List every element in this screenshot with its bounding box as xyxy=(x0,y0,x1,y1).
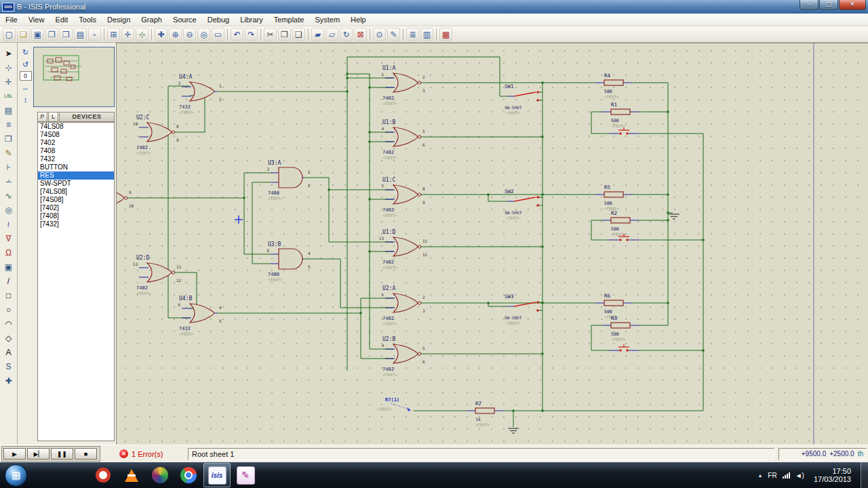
rotate-ccw-icon[interactable]: ↺ xyxy=(20,59,31,70)
wire[interactable] xyxy=(591,325,609,350)
zoom-in-icon[interactable]: ⊕ xyxy=(169,28,182,41)
device-item[interactable]: [7432] xyxy=(38,220,114,228)
resistor-R1[interactable]: R1500<TEXT> xyxy=(602,102,639,128)
show-desktop-button[interactable] xyxy=(861,462,868,488)
menu-system[interactable]: System xyxy=(309,14,345,26)
menu-help[interactable]: Help xyxy=(345,14,372,26)
tape-recorder-icon[interactable]: ◎ xyxy=(2,203,16,216)
menu-tools[interactable]: Tools xyxy=(73,14,102,26)
taskbar-explorer-icon[interactable] xyxy=(33,463,60,487)
copy-icon[interactable]: ❐ xyxy=(278,28,291,41)
device-item[interactable]: 7408 xyxy=(38,147,114,155)
property-tool-icon[interactable]: ✎ xyxy=(387,28,400,41)
block-rotate-icon[interactable]: ↻ xyxy=(340,28,353,41)
import-section-icon[interactable]: ❐ xyxy=(45,28,58,41)
taskbar-chrome-icon[interactable] xyxy=(175,463,202,487)
device-item[interactable]: [7408] xyxy=(38,212,114,220)
switch-SW3[interactable]: SW3SW-SPDT<TEXT> xyxy=(505,293,539,325)
block-copy-icon[interactable]: ▰ xyxy=(311,28,324,41)
taskbar-media-icon[interactable] xyxy=(90,463,117,487)
mirror-horizontal-icon[interactable]: ↔ xyxy=(20,82,31,93)
menu-template[interactable]: Template xyxy=(269,14,310,26)
schematic-canvas[interactable]: 1089U2:C7402<TEXT>312U4:A7432<TEXT>13111… xyxy=(117,43,868,445)
menu-source[interactable]: Source xyxy=(167,14,202,26)
terminal-icon[interactable]: ⊦ xyxy=(2,161,16,174)
menu-view[interactable]: View xyxy=(23,14,50,26)
gate-U3:A[interactable]: 312U3:A7408<TEXT> xyxy=(267,160,311,201)
menu-file[interactable]: File xyxy=(0,14,23,26)
network-icon[interactable] xyxy=(783,472,790,479)
resistor-R2[interactable]: R2500<TEXT> xyxy=(602,210,639,237)
marker-2d-icon[interactable]: ✚ xyxy=(2,374,16,387)
ground-symbol[interactable] xyxy=(669,214,679,219)
export-section-icon[interactable]: ❒ xyxy=(60,28,73,41)
show-hidden-icons[interactable]: ▲ xyxy=(757,473,762,478)
error-segment[interactable]: ✕ 1 Error(s) xyxy=(119,449,184,458)
gate-U1:A[interactable]: 123U1:A7402<TEXT> xyxy=(381,65,425,106)
menu-design[interactable]: Design xyxy=(102,14,136,26)
volume-icon[interactable]: ◄) xyxy=(795,472,804,479)
wire[interactable] xyxy=(591,220,609,240)
close-button[interactable]: ✕ xyxy=(839,0,866,10)
gate-U3:B[interactable]: 645U3:B7408<TEXT> xyxy=(267,241,311,282)
mark-area-icon[interactable]: ▫ xyxy=(88,28,101,41)
angle-field[interactable]: 0 xyxy=(20,71,32,81)
play-button[interactable]: ▶ xyxy=(3,448,26,460)
path-2d-icon[interactable]: ◇ xyxy=(2,331,16,344)
switch-SW2[interactable]: SW2SW-SPDT<TEXT> xyxy=(505,188,539,220)
toggle-grid-icon[interactable]: ⊞ xyxy=(107,28,120,41)
switch-SW1[interactable]: SW1SW-SPDT<TEXT> xyxy=(505,83,539,115)
netlist-ares-icon[interactable]: ▦ xyxy=(439,28,452,41)
maximize-button[interactable]: ▢ xyxy=(819,0,838,10)
resistor-R4[interactable]: R4500<TEXT> xyxy=(595,73,632,99)
menu-edit[interactable]: Edit xyxy=(50,14,73,26)
gate-U2:C[interactable]: 1089U2:C7402<TEXT> xyxy=(133,115,179,155)
circle-2d-icon[interactable]: ○ xyxy=(2,303,16,316)
current-probe-icon[interactable]: Ω xyxy=(2,246,16,259)
instant-edit-icon[interactable]: ✎ xyxy=(2,146,16,159)
language-indicator[interactable]: FR xyxy=(768,472,776,479)
gate-U2:B[interactable]: 456U2:B7402<TEXT> xyxy=(381,336,425,377)
cursor-mode-icon[interactable]: ⊹ xyxy=(136,28,149,41)
device-pin-icon[interactable]: ∸ xyxy=(2,175,16,188)
resistor-R5[interactable]: R5500<TEXT> xyxy=(595,184,632,211)
clock[interactable]: 17:50 17/03/2013 xyxy=(810,467,855,483)
component-icon[interactable]: ⊹ xyxy=(2,61,16,74)
resistor-R7[interactable]: R71k<TEXT> xyxy=(467,401,503,427)
menu-library[interactable]: Library xyxy=(235,14,269,26)
library-button[interactable]: L xyxy=(48,112,58,122)
open-design-icon[interactable]: ❏ xyxy=(17,28,30,41)
text-script-icon[interactable]: ▤ xyxy=(2,104,16,117)
graph-icon[interactable]: ∿ xyxy=(2,189,16,202)
gate-U4:B[interactable]: 645U4:B7432<TEXT> xyxy=(178,296,222,336)
line-2d-icon[interactable]: / xyxy=(2,274,16,287)
gate-U1:C[interactable]: 789U1:C7402<TEXT> xyxy=(381,177,425,218)
start-button[interactable]: ⊞ xyxy=(5,464,27,487)
junction-icon[interactable]: ✛ xyxy=(2,75,16,88)
wire[interactable] xyxy=(347,57,507,96)
taskbar-ball-icon[interactable] xyxy=(146,463,174,487)
zoom-area-icon[interactable]: ▭ xyxy=(212,28,224,41)
minimap-viewport[interactable] xyxy=(43,56,79,80)
taskbar-design-icon[interactable]: ✎ xyxy=(232,463,259,487)
device-item[interactable]: [74LS08] xyxy=(38,188,114,196)
wire[interactable] xyxy=(488,303,507,306)
virtual-instrument-icon[interactable]: ▣ xyxy=(2,260,16,273)
taskbar-isis-icon[interactable]: isis xyxy=(203,463,231,487)
bus-icon[interactable]: ≡ xyxy=(2,118,16,131)
pause-button[interactable]: ❚❚ xyxy=(51,448,73,460)
wire[interactable] xyxy=(488,195,507,201)
device-item[interactable]: [74S08] xyxy=(38,196,114,204)
selection-icon[interactable]: ➤ xyxy=(2,47,16,60)
device-item[interactable]: SW-SPDT xyxy=(38,180,114,188)
ground-symbol[interactable] xyxy=(508,428,519,433)
gate-U4:A[interactable]: 312U4:A7432<TEXT> xyxy=(178,74,222,115)
push-button[interactable] xyxy=(609,344,639,352)
new-file-icon[interactable]: ▢ xyxy=(3,28,16,41)
generator-icon[interactable]: ≀ xyxy=(2,218,16,230)
device-item[interactable]: 74S08 xyxy=(38,131,114,139)
gate-U2:A[interactable]: 123U2:A7402<TEXT> xyxy=(381,285,425,326)
rotate-cw-icon[interactable]: ↻ xyxy=(20,47,31,58)
text-2d-icon[interactable]: A xyxy=(2,346,16,359)
menu-debug[interactable]: Debug xyxy=(202,14,235,26)
